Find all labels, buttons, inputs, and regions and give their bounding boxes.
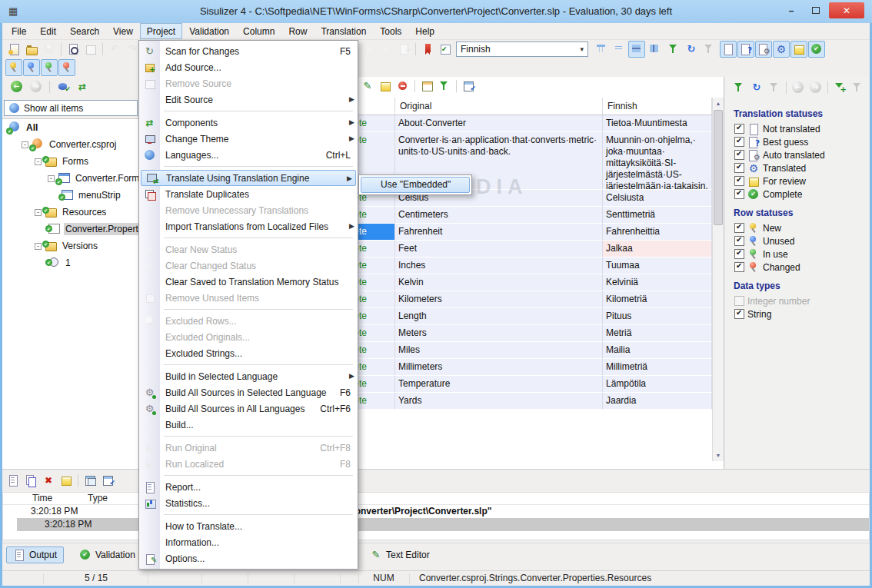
original-cell[interactable]: Centimeters bbox=[395, 207, 603, 224]
checkbox[interactable] bbox=[734, 137, 744, 147]
expander-icon[interactable] bbox=[35, 158, 42, 165]
grid-scrollbar[interactable] bbox=[712, 98, 724, 461]
menu-item-scan-for-changes[interactable]: Scan for ChangesF5 bbox=[139, 43, 358, 59]
filter-option-new[interactable]: New bbox=[724, 221, 870, 234]
tree-item-1[interactable]: 1 bbox=[2, 254, 139, 271]
menu-item-translate-using-translation-engine[interactable]: Translate Using Translation Engine bbox=[141, 170, 356, 186]
menu-column[interactable]: Column bbox=[236, 23, 281, 39]
copy-log-button[interactable] bbox=[22, 472, 39, 489]
scrollbar-thumb[interactable] bbox=[714, 110, 723, 225]
finnish-cell[interactable]: Kelviniä bbox=[603, 274, 712, 291]
validate-button[interactable] bbox=[437, 41, 454, 58]
new-button[interactable] bbox=[5, 41, 22, 58]
checkbox[interactable] bbox=[734, 176, 744, 186]
apply-button[interactable] bbox=[395, 41, 412, 58]
finnish-cell[interactable]: Metriä bbox=[603, 325, 712, 342]
original-cell[interactable]: About·​Converter bbox=[395, 115, 603, 132]
original-cell[interactable]: Millimeters bbox=[395, 359, 603, 376]
menu-item-remove-unnecessary-translations[interactable]: Remove Unnecessary Translations bbox=[139, 202, 358, 218]
clear-log-button[interactable] bbox=[40, 472, 57, 489]
expander-icon[interactable] bbox=[48, 175, 55, 182]
menu-project[interactable]: Project bbox=[140, 23, 182, 39]
reset-filters-button[interactable] bbox=[766, 79, 783, 96]
menu-row[interactable]: Row bbox=[281, 23, 314, 39]
menu-item-clear-changed-status[interactable]: Clear Changed Status bbox=[139, 257, 358, 274]
finnish-cell[interactable]: Tietoa·​Muuntimesta bbox=[603, 115, 712, 132]
filter-best-guess-button[interactable] bbox=[737, 41, 754, 58]
tree-item-converter-propert[interactable]: Converter.Propert bbox=[2, 221, 139, 238]
close-button[interactable] bbox=[829, 2, 864, 18]
checkbox[interactable] bbox=[734, 249, 744, 259]
original-cell[interactable]: Yards bbox=[395, 393, 603, 410]
prev-filter-button[interactable] bbox=[790, 79, 807, 96]
checkbox[interactable] bbox=[734, 223, 744, 233]
edit-row-button[interactable] bbox=[359, 78, 376, 95]
output-column-type[interactable]: Type bbox=[88, 493, 108, 503]
menu-item-excluded-originals[interactable]: Excluded Originals... bbox=[139, 329, 358, 345]
finnish-cell[interactable]: Jalkaa bbox=[603, 241, 712, 257]
language-combo[interactable]: Finnish bbox=[456, 42, 588, 57]
save-log-button[interactable] bbox=[5, 472, 22, 489]
filter-option-not-translated[interactable]: Not translated bbox=[724, 122, 870, 135]
menu-item-import-translations-from-localized-files[interactable]: Import Translations from Localized Files bbox=[139, 218, 358, 234]
original-cell[interactable]: Miles bbox=[395, 342, 603, 359]
view-hsplit-button[interactable] bbox=[628, 41, 645, 58]
menu-view[interactable]: View bbox=[106, 23, 140, 39]
filter-for-review-button[interactable] bbox=[790, 41, 807, 58]
menu-item-remove-unused-items[interactable]: Remove Unused Items bbox=[139, 290, 358, 306]
row-status-changed-button[interactable] bbox=[58, 59, 75, 76]
original-cell[interactable]: Fahrenheit bbox=[395, 224, 603, 241]
menu-item-clear-new-status[interactable]: Clear New Status bbox=[139, 241, 358, 257]
tree-item-menustrip[interactable]: menuStrip bbox=[2, 187, 139, 204]
forward-button[interactable] bbox=[28, 78, 45, 95]
output-column-time[interactable]: Time bbox=[32, 493, 52, 503]
submenu-item-use-embedded[interactable]: Use "Embedded" bbox=[361, 177, 470, 193]
view-grid-button[interactable] bbox=[593, 41, 610, 58]
menu-item-build-all-sources-in-all-languages[interactable]: Build All Sources in All LanguagesCtrl+F… bbox=[139, 400, 358, 417]
view-vsplit-button[interactable] bbox=[646, 41, 663, 58]
menu-item-change-theme[interactable]: Change Theme bbox=[139, 131, 358, 147]
menu-edit[interactable]: Edit bbox=[33, 23, 63, 39]
add-filter-button[interactable] bbox=[831, 79, 848, 96]
menu-item-add-source[interactable]: Add Source... bbox=[139, 59, 358, 75]
menu-item-build[interactable]: Build... bbox=[139, 417, 358, 433]
finnish-cell[interactable]: Tuumaa bbox=[603, 257, 712, 274]
expander-icon[interactable] bbox=[22, 141, 28, 148]
filter-option-unused[interactable]: Unused bbox=[724, 234, 870, 247]
menu-item-excluded-strings[interactable]: Excluded Strings... bbox=[139, 345, 358, 361]
checkbox[interactable] bbox=[734, 150, 744, 160]
open-button[interactable] bbox=[23, 41, 40, 58]
filter-button[interactable] bbox=[665, 41, 682, 58]
tab-output[interactable]: Output bbox=[6, 546, 64, 563]
menu-item-clear-saved-to-translation-memory-status[interactable]: Clear Saved to Translation Memory Status bbox=[139, 274, 358, 290]
filter-option-translated[interactable]: Translated bbox=[724, 161, 870, 174]
original-cell[interactable]: Kelvin bbox=[395, 274, 603, 291]
grid-filter-button[interactable] bbox=[436, 78, 453, 95]
menu-item-languages[interactable]: Languages...Ctrl+L bbox=[139, 147, 358, 163]
row-status-unused-button[interactable] bbox=[23, 59, 40, 76]
menu-item-translate-duplicates[interactable]: Translate Duplicates bbox=[139, 186, 358, 202]
checkbox[interactable] bbox=[734, 309, 744, 319]
validate-visible-button[interactable] bbox=[460, 78, 477, 95]
menu-search[interactable]: Search bbox=[63, 23, 106, 39]
bookmark-button[interactable] bbox=[419, 41, 436, 58]
filter-option-auto-translated[interactable]: Auto translated bbox=[724, 148, 870, 161]
checkbox[interactable] bbox=[734, 189, 744, 199]
maximize-button[interactable] bbox=[804, 2, 827, 18]
filter-option-string[interactable]: String bbox=[724, 307, 870, 321]
undo-button[interactable] bbox=[106, 41, 123, 58]
dock-panel-button[interactable] bbox=[99, 472, 116, 489]
finnish-cell[interactable]: Fahrenheittia bbox=[603, 224, 712, 241]
tree-item-converter-csproj[interactable]: Converter.csproj bbox=[2, 136, 139, 153]
menu-item-remove-source[interactable]: Remove Source bbox=[139, 75, 358, 91]
original-cell[interactable]: Inches bbox=[395, 257, 603, 274]
menu-translation[interactable]: Translation bbox=[314, 23, 373, 39]
filter-option-for-review[interactable]: For review bbox=[724, 174, 870, 188]
menu-item-statistics[interactable]: Statistics... bbox=[139, 495, 358, 511]
menu-item-excluded-rows[interactable]: Excluded Rows... bbox=[139, 313, 358, 329]
menu-item-components[interactable]: Components bbox=[139, 115, 358, 131]
expander-icon[interactable] bbox=[35, 209, 42, 216]
refresh-button[interactable] bbox=[683, 41, 700, 58]
original-cell[interactable]: Kilometers bbox=[395, 291, 603, 308]
filter-option-best-guess[interactable]: Best guess bbox=[724, 135, 870, 148]
